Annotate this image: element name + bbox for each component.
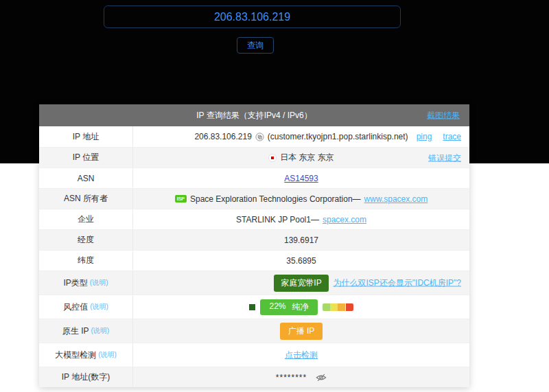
row-value: 点击检测 [133, 343, 469, 367]
row-value: AS14593 [133, 168, 469, 188]
ip-hostname: (customer.tkyojpn1.pop.starlinkisp.net) [268, 132, 408, 141]
row-value: 35.6895 [133, 251, 469, 270]
row-ip-type: IP类型 (说明) 家庭宽带IP 为什么双ISP还会显示"IDC机房IP"? [39, 270, 469, 295]
screenshot-result-link[interactable]: 截图结果 [427, 110, 460, 122]
row-value: STARLINK JP Pool1— spacex.com [133, 209, 469, 229]
trace-link[interactable]: trace [443, 132, 461, 141]
asn-owner-value: Space Exploration Technologies Corporati… [190, 194, 361, 204]
longitude-value: 139.6917 [284, 235, 318, 245]
broadcast-ip-badge: 广播 IP [280, 323, 323, 340]
row-longitude: 经度 139.6917 [39, 229, 469, 250]
isp-badge: ISP [175, 195, 187, 203]
japan-flag-icon [268, 154, 277, 162]
row-latitude: 纬度 35.6895 [39, 250, 469, 270]
row-ip-location: IP 位置 日本 东京 东京 错误提交 [39, 147, 469, 168]
dual-isp-question-link[interactable]: 为什么双ISP还会显示"IDC机房IP"? [333, 277, 461, 289]
risk-score-badge: 22% 纯净 [260, 299, 317, 315]
row-value: ISP Space Exploration Technologies Corpo… [133, 189, 469, 209]
ip-location-value: 日本 东京 东京 [280, 152, 334, 163]
enterprise-site-link[interactable]: spacex.com [323, 215, 366, 224]
row-label: IP类型 (说明) [39, 271, 133, 295]
result-card-header: IP 查询结果（支持IPv4 / IPv6） 截图结果 [39, 104, 469, 126]
row-label: ASN 所有者 [39, 189, 133, 209]
result-card-title: IP 查询结果（支持IPv4 / IPv6） [196, 110, 312, 122]
row-value: 家庭宽带IP 为什么双ISP还会显示"IDC机房IP"? [133, 271, 469, 295]
ip-type-note-link[interactable]: (说明) [90, 278, 108, 288]
row-label: 风控值 (说明) [39, 295, 133, 319]
risk-percent: 22% [269, 301, 285, 313]
native-ip-note-link[interactable]: (说明) [91, 326, 110, 336]
click-detect-link[interactable]: 点击检测 [285, 349, 318, 361]
ip-lookup-page: 查询 IP 查询结果（支持IPv4 / IPv6） 截图结果 IP 地址 206… [0, 0, 549, 392]
row-label: IP 位置 [39, 148, 133, 168]
error-submit-link[interactable]: 错误提交 [428, 152, 461, 163]
row-value: 广播 IP [133, 319, 469, 343]
row-label: 大模型检测 (说明) [39, 343, 133, 367]
query-button[interactable]: 查询 [237, 37, 274, 54]
risk-purity: 纯净 [292, 301, 309, 313]
eye-off-icon[interactable] [316, 373, 327, 382]
risk-scale-segment [323, 303, 330, 311]
copy-icon[interactable] [255, 132, 264, 141]
row-label: ASN [39, 168, 133, 188]
row-label: IP 地址 [39, 126, 133, 147]
spacex-site-link[interactable]: www.spacex.com [364, 194, 428, 204]
row-risk-value: 风控值 (说明) 22% 纯净 [39, 295, 469, 319]
row-value: ******** [133, 367, 469, 387]
llm-check-note-link[interactable]: (说明) [98, 350, 117, 360]
row-label: 经度 [39, 230, 133, 250]
row-native-ip: 原生 IP (说明) 广播 IP [39, 319, 469, 343]
risk-scale-segment [330, 303, 338, 311]
row-label: 原生 IP (说明) [39, 319, 133, 343]
enterprise-value: STARLINK JP Pool1— [236, 215, 319, 224]
ip-search-input[interactable] [104, 5, 401, 28]
ip-address-value: 206.83.106.219 [194, 132, 251, 141]
row-label: 企业 [39, 209, 133, 229]
row-label: IP 地址(数字) [39, 367, 133, 387]
latitude-value: 35.6895 [286, 256, 316, 266]
risk-scale-segment [338, 303, 345, 311]
ip-type-badge: 家庭宽带IP [274, 275, 328, 292]
row-enterprise: 企业 STARLINK JP Pool1— spacex.com [39, 209, 469, 229]
row-value: 206.83.106.219 (customer.tkyojpn1.pop.st… [133, 126, 469, 147]
risk-scale [323, 303, 353, 311]
asn-link[interactable]: AS14593 [284, 174, 318, 183]
risk-level-marker [249, 304, 255, 310]
risk-note-link[interactable]: (说明) [90, 302, 108, 312]
row-llm-check: 大模型检测 (说明) 点击检测 [39, 343, 469, 367]
risk-scale-segment [346, 303, 353, 311]
row-asn-owner: ASN 所有者 ISP Space Exploration Technologi… [39, 188, 469, 209]
ping-link[interactable]: ping [417, 132, 432, 141]
row-value: 日本 东京 东京 错误提交 [133, 148, 469, 168]
ip-numeric-masked-value: ******** [276, 373, 307, 382]
row-ip-address: IP 地址 206.83.106.219 (customer.tkyojpn1.… [39, 126, 469, 147]
result-card: IP 查询结果（支持IPv4 / IPv6） 截图结果 IP 地址 206.83… [39, 104, 469, 387]
row-ip-numeric: IP 地址(数字) ******** [39, 367, 469, 387]
row-value: 22% 纯净 [133, 295, 469, 319]
row-asn: ASN AS14593 [39, 168, 469, 188]
row-label: 纬度 [39, 251, 133, 270]
row-value: 139.6917 [133, 230, 469, 250]
